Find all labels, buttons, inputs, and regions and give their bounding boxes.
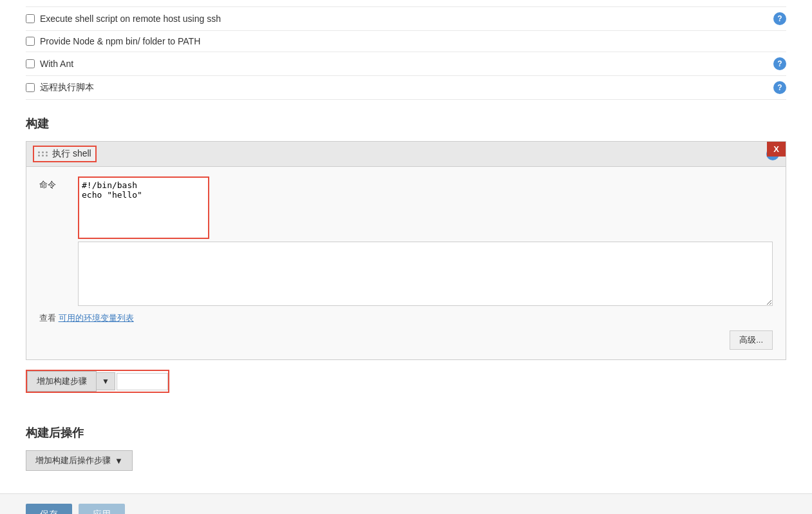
add-post-build-step-row: 增加构建后操作步骤 ▼ [26, 450, 786, 471]
post-build-dropdown-icon: ▼ [115, 456, 123, 466]
add-build-step-input[interactable] [117, 373, 168, 390]
hint-text: 查看 [39, 313, 59, 323]
checkbox-node[interactable] [26, 37, 35, 46]
build-step-header: 执行 shell X ? [26, 142, 786, 167]
add-build-step-dropdown[interactable]: ▼ [97, 372, 115, 390]
add-build-step-label: 增加构建步骤 [37, 376, 87, 387]
checkbox-row-ant: With Ant ? [26, 52, 786, 76]
hint-row: 查看 可用的环境变量列表 [39, 312, 773, 324]
add-post-build-step-button[interactable]: 增加构建后操作步骤 ▼ [26, 450, 133, 471]
footer-buttons: 保存 应用 [0, 493, 812, 514]
checkbox-remote-label: 远程执行脚本 [40, 82, 94, 93]
checkbox-ssh[interactable] [26, 14, 35, 23]
env-vars-link[interactable]: 可用的环境变量列表 [59, 313, 134, 323]
apply-button[interactable]: 应用 [79, 504, 125, 514]
add-build-step-row: 增加构建步骤 ▼ [26, 370, 786, 393]
page-wrapper: Execute shell script on remote host usin… [0, 0, 812, 514]
post-build-section-title: 构建后操作 [26, 425, 786, 441]
post-build-section: 构建后操作 增加构建后操作步骤 ▼ [0, 415, 812, 493]
add-post-build-step-label: 增加构建后操作步骤 [35, 455, 111, 466]
command-row: 命令 #!/bin/bash echo "hello" [39, 176, 773, 306]
build-section: 构建 执行 shell X ? 命令 [0, 106, 812, 415]
drag-handle-icon [38, 151, 48, 157]
command-textarea-inner[interactable]: #!/bin/bash echo "hello" [79, 178, 208, 236]
dropdown-icon: ▼ [102, 377, 109, 386]
checkbox-ant-label: With Ant [40, 59, 73, 69]
checkbox-node-label: Provide Node & npm bin/ folder to PATH [40, 36, 200, 46]
close-step-button[interactable]: X [767, 142, 786, 157]
checkbox-ssh-label: Execute shell script on remote host usin… [40, 14, 221, 24]
checkbox-ant[interactable] [26, 59, 35, 68]
help-icon-ant[interactable]: ? [773, 57, 786, 70]
step-title-box: 执行 shell [33, 146, 97, 162]
checkbox-row-node: Provide Node & npm bin/ folder to PATH [26, 31, 786, 52]
build-section-title: 构建 [26, 116, 786, 131]
add-build-step-button[interactable]: 增加构建步骤 [27, 371, 97, 392]
checkbox-remote[interactable] [26, 83, 35, 92]
command-textarea-rest[interactable] [78, 242, 773, 306]
help-icon-ssh[interactable]: ? [773, 12, 786, 25]
command-label: 命令 [39, 176, 78, 191]
checkbox-row-remote: 远程执行脚本 ? [26, 76, 786, 100]
command-field: #!/bin/bash echo "hello" [78, 176, 773, 306]
advanced-row: 高级... [39, 324, 773, 350]
step-title-text: 执行 shell [52, 148, 91, 160]
step-body: 命令 #!/bin/bash echo "hello" 查看 可用的环境变量列表… [26, 167, 786, 359]
advanced-button[interactable]: 高级... [730, 330, 773, 350]
checkbox-section: Execute shell script on remote host usin… [0, 0, 812, 106]
checkbox-row-ssh: Execute shell script on remote host usin… [26, 6, 786, 31]
save-button[interactable]: 保存 [26, 504, 72, 514]
help-icon-remote[interactable]: ? [773, 81, 786, 94]
build-step-card: 执行 shell X ? 命令 #!/bin/bash echo "hello"… [26, 141, 786, 360]
